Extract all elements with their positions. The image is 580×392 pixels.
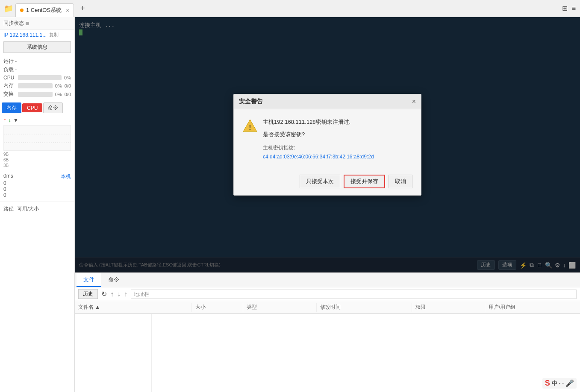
- accept-once-button[interactable]: 只接受本次: [300, 175, 340, 188]
- accept-save-button[interactable]: 接受并保存: [344, 175, 385, 188]
- stats-section: 运行 - 负载 - CPU 0% 内存 0% 0/0 交换: [0, 55, 74, 101]
- menu-icon[interactable]: ≡: [572, 5, 576, 12]
- modal-body: ! 主机192.168.111.128密钥未注册过. 是否接受该密钥? 主机密钥…: [234, 109, 421, 175]
- sidebar-header: 同步状态: [0, 17, 74, 30]
- arrow-down-icon: ↓: [8, 117, 11, 123]
- warning-row: ! 主机192.168.111.128密钥未注册过. 是否接受该密钥? 主机密钥…: [242, 118, 412, 162]
- net-9b: 9B: [3, 152, 71, 157]
- logo-comma: ·: [559, 380, 561, 386]
- tab-area: 📁 1 CentOS系统 × +: [0, 0, 562, 17]
- modal-text-block: 主机192.168.111.128密钥未注册过. 是否接受该密钥? 主机密钥指纹…: [263, 118, 374, 162]
- file-download-icon[interactable]: ↓: [117, 290, 121, 298]
- tab-dot: [20, 9, 24, 12]
- cpu-label: CPU: [3, 75, 15, 81]
- swap-bar-bg: [18, 92, 53, 97]
- file-history-button[interactable]: 历史: [78, 289, 98, 299]
- col-size: 大小: [192, 303, 243, 312]
- lat-row: 0ms 本机: [3, 173, 71, 180]
- file-list-area[interactable]: [75, 314, 580, 392]
- load-label: 负载 -: [3, 66, 17, 73]
- divider: [0, 202, 74, 202]
- address-bar-input[interactable]: [131, 290, 577, 299]
- col-perm: 权限: [412, 303, 485, 312]
- net-3b: 3B: [3, 163, 71, 168]
- modal-titlebar: 安全警告 ×: [234, 94, 421, 109]
- running-label: 运行 -: [3, 58, 17, 65]
- mem-row: 内存 0% 0/0: [3, 82, 71, 89]
- swap-val: 0%: [55, 92, 62, 97]
- tab-close-button[interactable]: ×: [66, 7, 69, 14]
- grid-view-icon[interactable]: ⊞: [562, 4, 568, 12]
- top-right: ⊞ ≡: [562, 4, 580, 12]
- security-dialog: 安全警告 × !: [233, 94, 421, 196]
- modal-footer: 只接受本次 接受并保存 取消: [234, 175, 421, 195]
- warning-icon: !: [242, 118, 258, 133]
- net-6b: 6B: [3, 157, 71, 163]
- ip-label: IP 192.168.111.1...: [3, 32, 47, 38]
- logo-dot: ·: [562, 380, 564, 386]
- lat-local: 本机: [61, 173, 71, 180]
- content-area: 连接主机 ... 安全警告 × !: [75, 17, 580, 392]
- file-upload-icon[interactable]: ↑: [124, 290, 127, 298]
- swap-label: 交换: [3, 91, 15, 98]
- mem-val: 0%: [55, 83, 62, 88]
- file-manager: 文件 命令 历史 ↻ ↑ ↓ ↑ 文件名 ▲ 大小 类型 修改时间 权限 用户/…: [75, 272, 580, 392]
- arrow-up-icon: ↑: [3, 117, 6, 123]
- tab-mem-button[interactable]: 内存: [2, 102, 21, 113]
- logo-zh: 中: [552, 380, 557, 387]
- network-graph: [3, 125, 71, 151]
- mem-ratio: 0/0: [65, 83, 71, 88]
- mem-label: 内存: [3, 82, 15, 89]
- cpu-val: 0%: [64, 75, 71, 80]
- logo: S 中 · · 🎤: [542, 378, 577, 389]
- modal-close-button[interactable]: ×: [412, 98, 416, 105]
- lat-label: 0ms: [3, 173, 13, 180]
- file-tabs: 文件 命令: [75, 273, 580, 287]
- tab-files[interactable]: 文件: [77, 273, 101, 287]
- net-labels: 9B 6B 3B: [3, 151, 71, 169]
- col-owner: 用户/用户组: [485, 303, 580, 312]
- top-bar: 📁 1 CentOS系统 × + ⊞ ≡: [0, 0, 580, 17]
- modal-overlay: 安全警告 × !: [75, 17, 580, 272]
- sync-status: 同步状态: [3, 20, 29, 27]
- path-section: 路径 可用/大小: [0, 204, 74, 214]
- col-type: 类型: [243, 303, 316, 312]
- file-table-header: 文件名 ▲ 大小 类型 修改时间 权限 用户/用户组: [75, 301, 580, 314]
- cpu-row: CPU 0%: [3, 75, 71, 81]
- arrow-right-icon: ▼: [13, 117, 19, 123]
- refresh-icon[interactable]: ↻: [101, 290, 107, 298]
- sys-info-button[interactable]: 系统信息: [3, 41, 71, 53]
- modal-title: 安全警告: [239, 98, 263, 105]
- sync-dot: [26, 22, 29, 25]
- sync-label: 同步状态: [3, 20, 24, 27]
- terminal-area[interactable]: 连接主机 ... 安全警告 × !: [75, 17, 580, 272]
- col-mtime: 修改时间: [317, 303, 412, 312]
- left-panel: [75, 314, 152, 392]
- modal-main-text: 主机192.168.111.128密钥未注册过.: [263, 118, 374, 127]
- fingerprint-val: c4:d4:ad:03:9e:46:06:66:34:f7:3b:42:16:a…: [263, 152, 374, 162]
- copy-ip-button[interactable]: 复制: [49, 32, 59, 38]
- ip-row: IP 192.168.111.1... 复制: [0, 30, 74, 40]
- logo-mic: 🎤: [565, 379, 574, 387]
- col-name: 文件名 ▲: [75, 303, 192, 312]
- tab-cmd-button[interactable]: 命令: [43, 102, 63, 113]
- cpu-bar-bg: [18, 75, 62, 80]
- up-dir-icon[interactable]: ↑: [110, 290, 114, 298]
- running-row: 运行 -: [3, 58, 71, 65]
- host-key-text: 主机192.168.111.128密钥未注册过.: [263, 119, 350, 125]
- load-row: 负载 -: [3, 66, 71, 73]
- sidebar-tabs: 内存 CPU 命令: [0, 101, 74, 113]
- tab-commands[interactable]: 命令: [101, 273, 126, 287]
- cancel-button[interactable]: 取消: [389, 175, 412, 188]
- tab-cpu-button[interactable]: CPU: [22, 103, 42, 112]
- svg-text:!: !: [249, 124, 251, 131]
- latency-section: 0ms 本机 0 0 0: [0, 171, 74, 200]
- swap-row: 交换 0% 0/0: [3, 91, 71, 98]
- add-tab-button[interactable]: +: [77, 3, 88, 15]
- tab-centos[interactable]: 1 CentOS系统 ×: [15, 3, 74, 17]
- swap-ratio: 0/0: [65, 92, 71, 97]
- modal-fingerprint: 主机密钥指纹: c4:d4:ad:03:9e:46:06:66:34:f7:3b…: [263, 143, 374, 162]
- folder-icon[interactable]: 📁: [2, 2, 15, 15]
- fingerprint-label: 主机密钥指纹:: [263, 143, 374, 153]
- lat-nums: 0 0 0: [3, 180, 71, 198]
